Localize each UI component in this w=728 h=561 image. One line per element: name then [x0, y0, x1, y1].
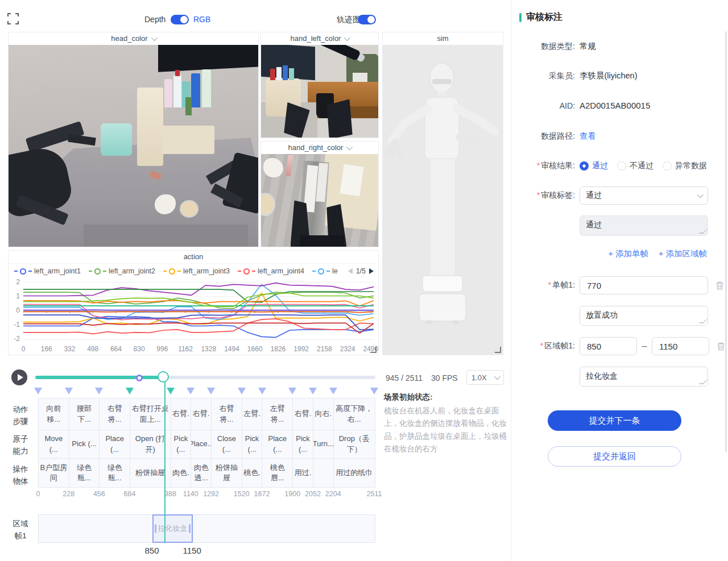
object-cell: 桃色唇...: [262, 459, 293, 487]
legend-item-left_arm_joint3[interactable]: left_arm_joint3: [163, 267, 230, 275]
object-cell: 肉色透...: [191, 459, 212, 487]
field-collector: 采集员: 李轶晨(liyichen): [511, 70, 728, 81]
single-frame-input[interactable]: 770: [580, 276, 708, 294]
ability-cell: Place (...: [100, 430, 130, 458]
legend-next-icon[interactable]: [369, 268, 374, 274]
view-link[interactable]: 查看: [580, 131, 596, 142]
speed-select[interactable]: 1.0X: [466, 370, 504, 385]
toggle-knob: [180, 16, 188, 23]
slider-thumb[interactable]: [158, 371, 169, 383]
boundary-marker[interactable]: [329, 388, 337, 394]
boundary-marker[interactable]: [288, 388, 296, 394]
delete-region-frame-button[interactable]: [717, 342, 725, 351]
legend-item-le[interactable]: le: [312, 267, 338, 275]
radio-icon[interactable]: [663, 161, 672, 171]
boundary-marker[interactable]: [370, 388, 378, 394]
action-chart-panel: action left_arm_joint1left_arm_joint2lef…: [8, 250, 379, 355]
scrollbar[interactable]: [725, 31, 727, 452]
segment-handle-left[interactable]: [155, 525, 156, 533]
field-tag-note: 通过: [511, 215, 728, 236]
toggle-knob: [367, 16, 375, 23]
add-region-frame-button[interactable]: + 添加区域帧: [659, 248, 707, 259]
x-tick-label: 498: [87, 345, 98, 353]
region-frame-segment[interactable]: 拉化妆盒: [152, 514, 193, 543]
required-asterisk: *: [540, 341, 543, 350]
legend-marker: [238, 271, 241, 272]
review-tag-select[interactable]: 通过: [580, 186, 708, 205]
fullscreen-icon[interactable]: [7, 13, 19, 25]
object-cell: 绿色瓶...: [100, 459, 130, 487]
radio-option-通过[interactable]: 通过: [580, 161, 608, 171]
boundary-marker[interactable]: [65, 388, 73, 394]
scale-tick-label: 1672: [254, 490, 270, 498]
slider-fill: [35, 376, 163, 379]
ability-cell: Drop（丢下）: [334, 430, 375, 458]
resize-handle-icon[interactable]: [495, 347, 501, 353]
region-start-input[interactable]: 850: [580, 337, 637, 355]
sim-view[interactable]: [383, 45, 503, 355]
y-tick-label: -2: [9, 335, 20, 343]
x-tick-label: 996: [156, 345, 168, 353]
camera-image-hand-left: [261, 45, 378, 138]
boundary-marker[interactable]: [258, 388, 266, 394]
resize-handle-icon[interactable]: [370, 347, 377, 353]
add-single-frame-button[interactable]: + 添加单帧: [609, 248, 649, 259]
single-frame-note-textarea[interactable]: 放置成功: [580, 306, 708, 326]
play-button[interactable]: [11, 369, 27, 385]
boundary-marker[interactable]: [309, 388, 317, 394]
collector-value: 李轶晨(liyichen): [580, 70, 638, 81]
object-cell: 粉饼抽屉: [212, 459, 242, 487]
required-asterisk: *: [537, 161, 540, 170]
region-frame-note-textarea[interactable]: 拉化妆盒: [580, 367, 708, 387]
submit-next-button[interactable]: 提交并下一条: [548, 410, 681, 431]
boundary-marker[interactable]: [187, 388, 195, 394]
row-label-atomic-ability: 原子能力: [11, 434, 30, 458]
segment-handle-right[interactable]: [189, 525, 191, 533]
review-panel-header: 审核标注: [519, 11, 562, 23]
boundary-marker[interactable]: [34, 388, 42, 394]
frame-position: 945 / 2511: [386, 373, 423, 383]
submit-return-button[interactable]: 提交并返回: [548, 446, 681, 467]
depth-rgb-toggle[interactable]: [171, 15, 189, 24]
tag-note-textarea[interactable]: 通过: [580, 215, 708, 236]
boundary-marker[interactable]: [207, 388, 215, 394]
scale-tick-label: 1140: [183, 490, 198, 498]
ability-cell: Pick (...: [242, 430, 263, 458]
ability-cell: Place (...: [262, 430, 293, 458]
camera-select-head[interactable]: head_color: [9, 32, 258, 45]
legend-item-left_arm_joint2[interactable]: left_arm_joint2: [89, 267, 155, 275]
legend-prev-icon[interactable]: [348, 268, 353, 274]
x-tick-label: 166: [41, 345, 52, 353]
camera-select-hand-left[interactable]: hand_left_color: [261, 32, 378, 45]
trajectory-toggle[interactable]: [358, 15, 376, 24]
radio-icon[interactable]: [580, 161, 589, 171]
legend-item-left_arm_joint1[interactable]: left_arm_joint1: [14, 267, 81, 275]
legend-marker: [252, 271, 255, 272]
radio-option-异常数据[interactable]: 异常数据: [663, 161, 707, 171]
step-cell: 高度下降，右...: [334, 398, 375, 430]
speed-value: 1.0X: [471, 373, 487, 382]
radio-option-不通过[interactable]: 不通过: [617, 161, 653, 171]
boundary-marker[interactable]: [95, 388, 103, 394]
boundary-marker[interactable]: [126, 388, 134, 394]
region-frame-track[interactable]: 拉化妆盒: [38, 514, 375, 543]
camera-select-hand-right[interactable]: hand_right_color: [261, 142, 378, 155]
trajectory-label: 轨迹图: [337, 15, 361, 25]
annotation-review-app: Depth RGB 轨迹图 head_color hand_left_color…: [0, 0, 728, 561]
field-single-frame-note: 放置成功: [511, 306, 728, 326]
region-end-input[interactable]: 1150: [652, 337, 709, 355]
delete-single-frame-button[interactable]: [715, 281, 724, 290]
boundary-marker[interactable]: [167, 388, 175, 394]
chevron-down-icon: [697, 192, 704, 198]
legend-item-left_arm_joint4[interactable]: left_arm_joint4: [238, 267, 304, 275]
boundary-marker[interactable]: [238, 388, 246, 394]
x-tick-label: 1494: [224, 345, 239, 353]
radio-label: 异常数据: [675, 161, 707, 171]
x-tick-label: 1162: [178, 345, 193, 353]
radio-icon[interactable]: [617, 161, 626, 171]
radio-label: 不通过: [630, 161, 653, 171]
playback-slider[interactable]: [35, 373, 375, 382]
scale-tick-label: 988: [164, 490, 176, 498]
scale-tick-label: 2204: [325, 490, 341, 498]
review-tag-label: *审核标签:: [511, 190, 580, 201]
